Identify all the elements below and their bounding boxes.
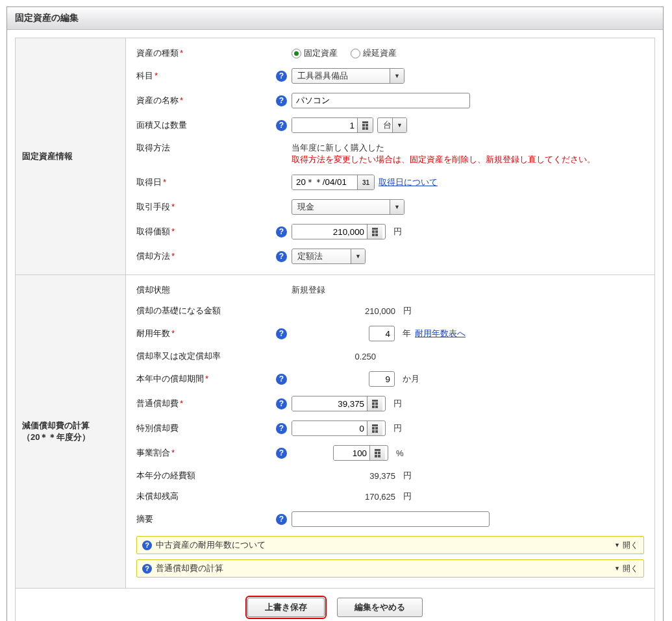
- input-quantity[interactable]: [292, 118, 357, 132]
- chevron-down-icon: ▼: [394, 204, 400, 210]
- unit-yen: 円: [393, 398, 402, 409]
- select-dep-method[interactable]: 定額法 ▼: [292, 249, 366, 264]
- help-icon[interactable]: ?: [276, 226, 287, 237]
- label-useful-life: 耐用年数*: [136, 328, 276, 339]
- calculator-icon: [375, 449, 380, 457]
- text-dep-rate: 0.250: [292, 352, 376, 361]
- input-biz-ratio-group: [333, 445, 388, 461]
- label-asset-name: 資産の名称*: [136, 95, 276, 106]
- section-depreciation-calc: 減価償却費の計算 （20＊＊年度分）: [16, 275, 126, 589]
- help-icon[interactable]: ?: [276, 328, 287, 339]
- unit-percent: %: [396, 448, 404, 458]
- input-acq-date-group: 31: [292, 175, 375, 190]
- calculator-button[interactable]: [369, 446, 385, 460]
- text-acq-method-note: 取得方法を変更したい場合は、固定資産を削除し、新規登録し直してください。: [292, 154, 644, 165]
- input-acq-cost[interactable]: [292, 225, 367, 239]
- radio-unchecked-icon: [351, 49, 360, 58]
- label-acq-date: 取得日*: [136, 177, 276, 188]
- input-spec-dep-group: [292, 420, 386, 436]
- label-dep-rate: 償却率又は改定償却率: [136, 350, 276, 362]
- input-dep-period[interactable]: [369, 371, 395, 387]
- label-spec-dep: 特別償却費: [136, 422, 276, 434]
- calculator-button[interactable]: [357, 118, 373, 132]
- disclosure-used-asset-life[interactable]: ? 中古資産の耐用年数について ▼開く: [136, 536, 644, 554]
- text-dep-status: 新規登録: [292, 284, 325, 296]
- unit-month: か月: [403, 373, 419, 385]
- calculator-icon: [372, 424, 378, 433]
- label-summary: 摘要: [136, 513, 276, 525]
- disclosure-label: 中古資産の耐用年数について: [156, 539, 266, 551]
- label-quantity: 面積又は数量: [136, 119, 276, 131]
- label-account: 科目*: [136, 70, 276, 82]
- input-summary[interactable]: [292, 511, 490, 527]
- input-acq-date[interactable]: [292, 175, 357, 189]
- help-icon[interactable]: ?: [276, 71, 287, 82]
- label-asset-type: 資産の種類*: [136, 47, 276, 59]
- radio-fixed-asset[interactable]: 固定資産: [292, 47, 338, 59]
- label-expense: 本年分の経費額: [136, 470, 276, 481]
- help-icon[interactable]: ?: [276, 514, 287, 525]
- help-icon[interactable]: ?: [276, 251, 287, 262]
- calculator-icon: [362, 121, 368, 130]
- calculator-button[interactable]: [367, 396, 382, 411]
- label-pay-method: 取引手段*: [136, 201, 276, 213]
- unit-yen: 円: [393, 226, 402, 237]
- label-ord-dep: 普通償却費*: [136, 398, 276, 409]
- unit-yen: 円: [403, 491, 412, 502]
- input-ord-dep-group: [292, 396, 386, 411]
- input-acq-cost-group: [292, 224, 386, 239]
- input-spec-dep[interactable]: [292, 421, 367, 435]
- label-acq-cost: 取得価額*: [136, 226, 276, 237]
- select-account[interactable]: 工具器具備品 ▼: [292, 68, 404, 84]
- unit-yen: 円: [403, 470, 412, 481]
- save-button[interactable]: 上書き保存: [247, 598, 325, 617]
- input-ord-dep[interactable]: [292, 396, 367, 411]
- calculator-button[interactable]: [367, 421, 382, 435]
- disclosure-ord-dep-calc[interactable]: ? 普通償却費の計算 ▼開く: [136, 559, 644, 578]
- calculator-button[interactable]: [367, 225, 382, 239]
- label-dep-method: 償却方法*: [136, 250, 276, 262]
- calculator-icon: [372, 400, 378, 408]
- unit-yen: 円: [403, 305, 412, 317]
- label-acq-method: 取得方法: [136, 142, 276, 154]
- help-icon[interactable]: ?: [276, 398, 287, 409]
- input-biz-ratio[interactable]: [334, 446, 369, 460]
- label-dep-base: 償却の基礎になる金額: [136, 305, 276, 317]
- chevron-down-icon: ▼: [394, 73, 400, 79]
- input-asset-name[interactable]: [292, 93, 470, 108]
- help-icon: ?: [142, 564, 152, 574]
- text-expense: 39,375: [292, 471, 395, 481]
- input-useful-life[interactable]: [369, 326, 395, 341]
- text-acq-method-value: 当年度に新しく購入した: [292, 142, 644, 154]
- calendar-button[interactable]: 31: [357, 175, 374, 189]
- link-about-acq-date[interactable]: 取得日について: [379, 177, 438, 188]
- select-qty-unit[interactable]: 台 ▼: [377, 117, 407, 133]
- disclosure-label: 普通償却費の計算: [156, 563, 223, 574]
- help-icon[interactable]: ?: [276, 423, 287, 434]
- unit-yen: 円: [393, 422, 402, 434]
- radio-deferred-asset[interactable]: 繰延資産: [351, 47, 397, 59]
- calculator-icon: [372, 228, 378, 236]
- help-icon[interactable]: ?: [276, 95, 287, 106]
- section-fixed-asset-info: 固定資産情報: [16, 38, 126, 275]
- chevron-down-icon: ▼: [355, 253, 361, 260]
- label-dep-status: 償却状態: [136, 284, 276, 296]
- chevron-down-icon: ▼: [614, 565, 620, 572]
- label-dep-period: 本年中の償却期間*: [136, 373, 276, 385]
- chevron-down-icon: ▼: [614, 542, 620, 548]
- input-quantity-group: [292, 117, 373, 133]
- help-icon[interactable]: ?: [276, 448, 287, 459]
- label-residual: 未償却残高: [136, 491, 276, 502]
- link-useful-life-table[interactable]: 耐用年数表へ: [415, 328, 466, 339]
- help-icon[interactable]: ?: [276, 374, 287, 385]
- text-dep-base: 210,000: [292, 306, 395, 316]
- chevron-down-icon: ▼: [397, 122, 403, 128]
- text-residual: 170,625: [292, 492, 395, 502]
- help-icon: ?: [142, 541, 152, 550]
- radio-checked-icon: [292, 49, 301, 58]
- select-pay-method[interactable]: 現金 ▼: [292, 199, 404, 215]
- unit-year: 年: [403, 328, 411, 339]
- cancel-button[interactable]: 編集をやめる: [337, 598, 423, 617]
- window-title: 固定資産の編集: [7, 7, 663, 30]
- help-icon[interactable]: ?: [276, 120, 287, 131]
